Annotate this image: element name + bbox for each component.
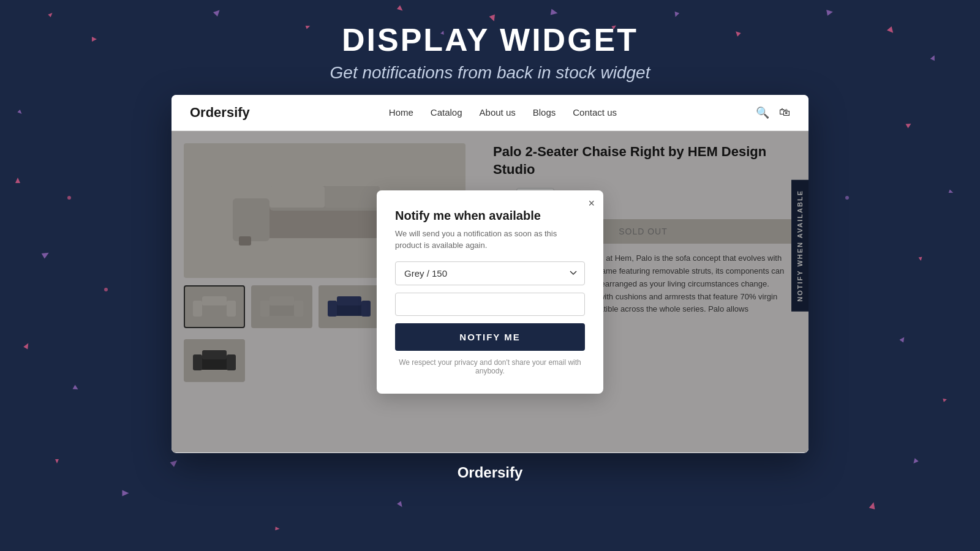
modal-privacy-text: We respect your privacy and don't share … — [395, 358, 585, 375]
cart-icon[interactable]: 🛍 — [779, 106, 790, 119]
browser-window: Ordersify Home Catalog About us Blogs Co… — [172, 95, 809, 453]
hero-subtitle: Get notifications from back in stock wid… — [0, 63, 980, 83]
page-footer: Ordersify — [0, 464, 980, 481]
nav-catalog[interactable]: Catalog — [431, 107, 462, 118]
modal-overlay: × Notify me when available We will send … — [172, 131, 809, 452]
nav-home[interactable]: Home — [389, 107, 413, 118]
nav-about[interactable]: About us — [480, 107, 516, 118]
modal-email-input[interactable] — [395, 293, 585, 316]
store-nav-links: Home Catalog About us Blogs Contact us — [389, 107, 617, 118]
store-logo: Ordersify — [190, 105, 250, 121]
hero-header: DISPLAY WIDGET Get notifications from ba… — [0, 0, 980, 83]
hero-title: DISPLAY WIDGET — [0, 21, 980, 58]
modal-close-button[interactable]: × — [588, 198, 595, 209]
modal-variant-select[interactable]: Grey / 150 Navy / 150 Brown / 150 — [395, 261, 585, 285]
search-icon[interactable]: 🔍 — [756, 106, 769, 119]
nav-blogs[interactable]: Blogs — [533, 107, 556, 118]
product-page: Palo 2-Seater Chaise Right by HEM Design… — [172, 131, 809, 452]
footer-brand: Ordersify — [0, 464, 980, 481]
modal-notify-button[interactable]: NOTIFY ME — [395, 323, 585, 351]
modal-title: Notify me when available — [395, 209, 585, 223]
nav-contact[interactable]: Contact us — [573, 107, 617, 118]
store-nav: Ordersify Home Catalog About us Blogs Co… — [172, 95, 809, 131]
store-nav-icons: 🔍 🛍 — [756, 106, 790, 119]
notify-modal: × Notify me when available We will send … — [377, 190, 603, 394]
modal-subtitle: We will send you a notification as soon … — [395, 228, 585, 252]
